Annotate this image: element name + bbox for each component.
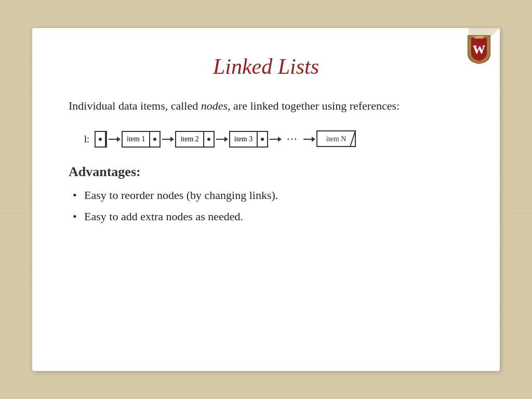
- arrow-2: [162, 139, 174, 140]
- intro-paragraph: Individual data items, called nodes, are…: [69, 97, 463, 114]
- pointer-dot: [99, 138, 102, 141]
- intro-nodes-italic: nodes: [201, 99, 228, 112]
- ellipsis: ···: [287, 134, 298, 145]
- svg-rect-1: [474, 36, 483, 38]
- node-tail-3: [257, 132, 267, 147]
- arrow-4: [270, 139, 281, 140]
- head-pointer-node: [95, 131, 107, 148]
- diagram-label: l:: [84, 134, 89, 145]
- node-item3: item 3: [229, 131, 268, 148]
- arrow-1: [109, 139, 120, 140]
- node-item1-label: item 1: [123, 135, 149, 143]
- slide: W Linked Lists Individual data items, ca…: [32, 28, 500, 371]
- intro-text-before: Individual data items, called: [69, 99, 201, 112]
- university-logo: W: [463, 33, 495, 64]
- slide-title: Linked Lists: [69, 54, 463, 79]
- svg-text:W: W: [473, 43, 485, 56]
- linked-list-diagram: l: item 1 item 2: [84, 130, 463, 149]
- arrow-3: [216, 139, 228, 140]
- node-item-n: item N: [316, 130, 358, 149]
- node-item3-label: item 3: [230, 135, 257, 143]
- node-item1: item 1: [122, 131, 161, 148]
- bullet-item-1: Easy to reorder nodes (by changing links…: [69, 188, 463, 204]
- svg-text:item N: item N: [326, 135, 347, 143]
- intro-text-after: , are linked together using references:: [228, 99, 400, 112]
- arrow-5: [303, 139, 315, 140]
- node-head: [96, 132, 106, 147]
- node-tail-1: [149, 132, 159, 147]
- bullet-item-2: Easy to add extra nodes as needed.: [69, 209, 463, 225]
- node-tail-2: [203, 132, 214, 147]
- bullet-list: Easy to reorder nodes (by changing links…: [69, 188, 463, 225]
- node-item2: item 2: [175, 131, 214, 148]
- advantages-title: Advantages:: [69, 164, 463, 180]
- node-item2-label: item 2: [176, 135, 203, 143]
